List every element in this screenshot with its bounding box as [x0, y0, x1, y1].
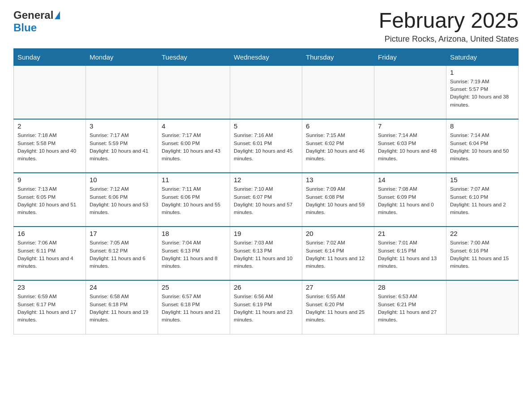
calendar-cell: 20Sunrise: 7:02 AMSunset: 6:14 PMDayligh…	[302, 227, 374, 280]
calendar-cell: 12Sunrise: 7:10 AMSunset: 6:07 PMDayligh…	[230, 173, 302, 227]
day-number: 9	[17, 176, 82, 184]
day-info: Sunrise: 7:02 AMSunset: 6:14 PMDaylight:…	[306, 239, 370, 270]
calendar-cell: 4Sunrise: 7:17 AMSunset: 6:00 PMDaylight…	[158, 119, 230, 173]
calendar-cell: 22Sunrise: 7:00 AMSunset: 6:16 PMDayligh…	[446, 227, 519, 280]
day-number: 27	[306, 283, 370, 291]
day-number: 5	[234, 122, 298, 130]
day-number: 25	[162, 283, 226, 291]
day-header-tuesday: Tuesday	[158, 48, 230, 65]
week-row-3: 9Sunrise: 7:13 AMSunset: 6:05 PMDaylight…	[14, 173, 519, 227]
calendar-cell: 23Sunrise: 6:59 AMSunset: 6:17 PMDayligh…	[14, 280, 86, 334]
calendar-cell: 1Sunrise: 7:19 AMSunset: 5:57 PMDaylight…	[446, 65, 519, 119]
day-number: 11	[162, 176, 226, 184]
day-number: 8	[450, 122, 515, 130]
day-number: 3	[90, 122, 154, 130]
week-row-4: 16Sunrise: 7:06 AMSunset: 6:11 PMDayligh…	[14, 227, 519, 280]
day-number: 23	[17, 283, 82, 291]
calendar-cell: 27Sunrise: 6:55 AMSunset: 6:20 PMDayligh…	[302, 280, 374, 334]
day-number: 20	[306, 230, 370, 237]
calendar-cell: 11Sunrise: 7:11 AMSunset: 6:06 PMDayligh…	[158, 173, 230, 227]
calendar-cell: 28Sunrise: 6:53 AMSunset: 6:21 PMDayligh…	[374, 280, 446, 334]
day-number: 14	[378, 176, 442, 184]
day-info: Sunrise: 7:03 AMSunset: 6:13 PMDaylight:…	[234, 239, 298, 270]
logo-general: General	[13, 9, 53, 21]
day-header-sunday: Sunday	[14, 48, 86, 65]
calendar-cell	[374, 65, 446, 119]
calendar-cell: 10Sunrise: 7:12 AMSunset: 6:06 PMDayligh…	[86, 173, 158, 227]
header-row: SundayMondayTuesdayWednesdayThursdayFrid…	[14, 48, 519, 65]
day-info: Sunrise: 6:55 AMSunset: 6:20 PMDaylight:…	[306, 293, 370, 324]
day-info: Sunrise: 7:17 AMSunset: 6:00 PMDaylight:…	[162, 132, 226, 163]
day-info: Sunrise: 7:01 AMSunset: 6:15 PMDaylight:…	[378, 239, 442, 270]
calendar-cell: 18Sunrise: 7:04 AMSunset: 6:13 PMDayligh…	[158, 227, 230, 280]
location: Picture Rocks, Arizona, United States	[379, 34, 519, 44]
calendar-cell	[158, 65, 230, 119]
week-row-1: 1Sunrise: 7:19 AMSunset: 5:57 PMDaylight…	[14, 65, 519, 119]
calendar-cell: 9Sunrise: 7:13 AMSunset: 6:05 PMDaylight…	[14, 173, 86, 227]
day-info: Sunrise: 7:16 AMSunset: 6:01 PMDaylight:…	[234, 132, 298, 163]
day-number: 4	[162, 122, 226, 130]
calendar-cell: 25Sunrise: 6:57 AMSunset: 6:18 PMDayligh…	[158, 280, 230, 334]
day-info: Sunrise: 7:17 AMSunset: 5:59 PMDaylight:…	[90, 132, 154, 163]
day-header-monday: Monday	[86, 48, 158, 65]
day-info: Sunrise: 7:11 AMSunset: 6:06 PMDaylight:…	[162, 185, 226, 216]
day-info: Sunrise: 7:14 AMSunset: 6:03 PMDaylight:…	[378, 132, 442, 163]
day-header-saturday: Saturday	[446, 48, 519, 65]
day-number: 28	[378, 283, 442, 291]
title-area: February 2025 Picture Rocks, Arizona, Un…	[379, 9, 519, 44]
day-number: 7	[378, 122, 442, 130]
calendar-cell: 19Sunrise: 7:03 AMSunset: 6:13 PMDayligh…	[230, 227, 302, 280]
day-number: 19	[234, 230, 298, 237]
day-info: Sunrise: 7:19 AMSunset: 5:57 PMDaylight:…	[450, 78, 515, 109]
day-info: Sunrise: 6:58 AMSunset: 6:18 PMDaylight:…	[90, 293, 154, 324]
month-title: February 2025	[379, 9, 519, 33]
day-info: Sunrise: 7:10 AMSunset: 6:07 PMDaylight:…	[234, 185, 298, 216]
day-number: 1	[450, 68, 515, 76]
day-info: Sunrise: 7:07 AMSunset: 6:10 PMDaylight:…	[450, 185, 515, 216]
day-number: 22	[450, 230, 515, 237]
week-row-5: 23Sunrise: 6:59 AMSunset: 6:17 PMDayligh…	[14, 280, 519, 334]
day-number: 18	[162, 230, 226, 237]
calendar-cell: 15Sunrise: 7:07 AMSunset: 6:10 PMDayligh…	[446, 173, 519, 227]
day-info: Sunrise: 7:08 AMSunset: 6:09 PMDaylight:…	[378, 185, 442, 216]
day-info: Sunrise: 7:09 AMSunset: 6:08 PMDaylight:…	[306, 185, 370, 216]
day-number: 16	[17, 230, 82, 237]
day-number: 2	[17, 122, 82, 130]
day-info: Sunrise: 6:56 AMSunset: 6:19 PMDaylight:…	[234, 293, 298, 324]
calendar-cell: 5Sunrise: 7:16 AMSunset: 6:01 PMDaylight…	[230, 119, 302, 173]
calendar-cell: 6Sunrise: 7:15 AMSunset: 6:02 PMDaylight…	[302, 119, 374, 173]
day-info: Sunrise: 7:05 AMSunset: 6:12 PMDaylight:…	[90, 239, 154, 270]
week-row-2: 2Sunrise: 7:18 AMSunset: 5:58 PMDaylight…	[14, 119, 519, 173]
day-number: 26	[234, 283, 298, 291]
day-info: Sunrise: 6:57 AMSunset: 6:18 PMDaylight:…	[162, 293, 226, 324]
day-number: 17	[90, 230, 154, 237]
day-info: Sunrise: 6:59 AMSunset: 6:17 PMDaylight:…	[17, 293, 82, 324]
calendar-cell: 21Sunrise: 7:01 AMSunset: 6:15 PMDayligh…	[374, 227, 446, 280]
page-header: General Blue February 2025 Picture Rocks…	[13, 9, 519, 44]
day-number: 24	[90, 283, 154, 291]
day-header-friday: Friday	[374, 48, 446, 65]
calendar-cell: 13Sunrise: 7:09 AMSunset: 6:08 PMDayligh…	[302, 173, 374, 227]
logo-triangle-icon	[55, 11, 60, 19]
day-info: Sunrise: 6:53 AMSunset: 6:21 PMDaylight:…	[378, 293, 442, 324]
day-number: 15	[450, 176, 515, 184]
day-info: Sunrise: 7:14 AMSunset: 6:04 PMDaylight:…	[450, 132, 515, 163]
logo-blue: Blue	[13, 21, 37, 34]
day-number: 10	[90, 176, 154, 184]
day-header-wednesday: Wednesday	[230, 48, 302, 65]
day-info: Sunrise: 7:00 AMSunset: 6:16 PMDaylight:…	[450, 239, 515, 270]
calendar-cell: 16Sunrise: 7:06 AMSunset: 6:11 PMDayligh…	[14, 227, 86, 280]
calendar-cell	[302, 65, 374, 119]
calendar-cell: 17Sunrise: 7:05 AMSunset: 6:12 PMDayligh…	[86, 227, 158, 280]
day-number: 21	[378, 230, 442, 237]
day-header-thursday: Thursday	[302, 48, 374, 65]
calendar-cell	[230, 65, 302, 119]
calendar-cell: 26Sunrise: 6:56 AMSunset: 6:19 PMDayligh…	[230, 280, 302, 334]
day-info: Sunrise: 7:18 AMSunset: 5:58 PMDaylight:…	[17, 132, 82, 163]
day-info: Sunrise: 7:13 AMSunset: 6:05 PMDaylight:…	[17, 185, 82, 216]
day-number: 12	[234, 176, 298, 184]
calendar-cell	[86, 65, 158, 119]
calendar-cell: 8Sunrise: 7:14 AMSunset: 6:04 PMDaylight…	[446, 119, 519, 173]
day-info: Sunrise: 7:06 AMSunset: 6:11 PMDaylight:…	[17, 239, 82, 270]
day-info: Sunrise: 7:12 AMSunset: 6:06 PMDaylight:…	[90, 185, 154, 216]
